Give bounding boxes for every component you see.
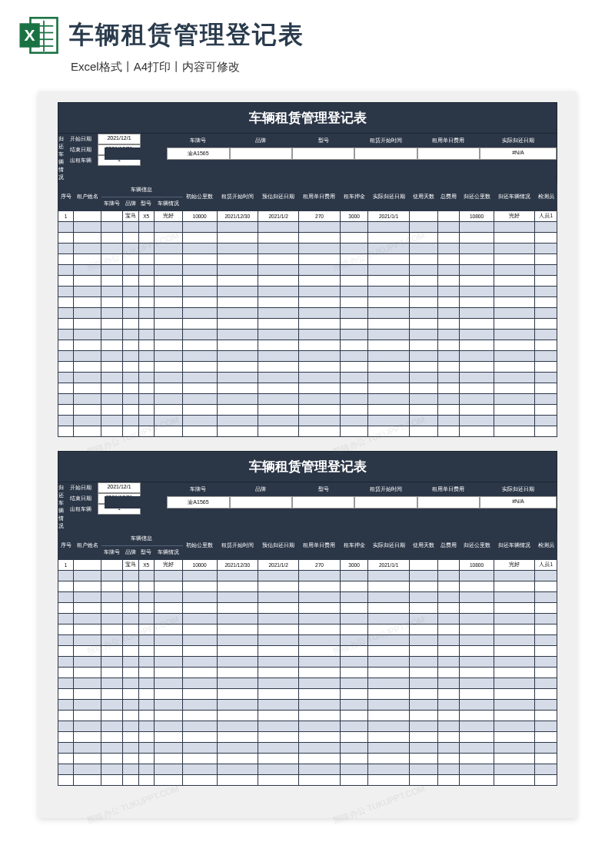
table-cell[interactable] [138, 351, 154, 362]
table-cell[interactable] [409, 276, 437, 287]
table-cell[interactable] [101, 416, 123, 426]
table-cell[interactable] [340, 592, 368, 603]
table-cell[interactable] [182, 383, 217, 394]
table-cell[interactable] [409, 754, 437, 764]
table-cell[interactable] [138, 614, 154, 624]
table-cell[interactable] [460, 426, 494, 437]
table-cell[interactable] [101, 383, 123, 394]
table-cell[interactable] [340, 603, 368, 614]
table-cell[interactable] [460, 340, 494, 351]
table-cell[interactable] [535, 222, 557, 233]
table-cell[interactable] [368, 308, 409, 319]
table-cell[interactable] [101, 711, 123, 721]
table-cell[interactable] [409, 297, 437, 308]
table-cell[interactable] [437, 394, 459, 405]
table-cell[interactable] [340, 426, 368, 437]
table-cell[interactable] [258, 614, 298, 624]
table-cell[interactable] [258, 297, 298, 308]
table-cell[interactable] [182, 732, 217, 743]
table-cell[interactable]: 3000 [340, 560, 368, 571]
table-cell[interactable] [182, 624, 217, 635]
table-cell[interactable] [340, 646, 368, 657]
table-cell[interactable] [74, 405, 101, 416]
table-cell[interactable] [182, 581, 217, 592]
table-cell[interactable] [340, 743, 368, 754]
table-cell[interactable] [299, 222, 340, 233]
table-cell[interactable] [437, 319, 459, 330]
table-cell[interactable] [123, 416, 138, 426]
table-cell[interactable] [437, 754, 459, 764]
table-cell[interactable] [460, 646, 494, 657]
table-cell[interactable] [138, 287, 154, 297]
table-cell[interactable] [101, 775, 123, 786]
table-cell[interactable] [217, 775, 258, 786]
table-cell[interactable] [58, 362, 74, 373]
table-cell[interactable] [154, 635, 182, 646]
table-cell[interactable] [409, 319, 437, 330]
table-cell[interactable] [182, 340, 217, 351]
table-cell[interactable] [123, 624, 138, 635]
table-cell[interactable] [74, 689, 101, 700]
table-cell[interactable] [340, 297, 368, 308]
table-cell[interactable] [123, 668, 138, 678]
table-cell[interactable] [535, 276, 557, 287]
table-cell[interactable] [409, 560, 437, 571]
table-cell[interactable] [494, 635, 535, 646]
table-cell[interactable] [437, 383, 459, 394]
table-cell[interactable] [368, 254, 409, 265]
table-cell[interactable] [494, 254, 535, 265]
table-cell[interactable] [123, 678, 138, 689]
table-cell[interactable] [258, 362, 298, 373]
table-cell[interactable] [258, 732, 298, 743]
table-cell[interactable] [58, 297, 74, 308]
table-cell[interactable] [258, 340, 298, 351]
table-cell[interactable] [494, 373, 535, 383]
table-cell[interactable] [409, 308, 437, 319]
table-cell[interactable] [340, 330, 368, 340]
table-cell[interactable] [138, 764, 154, 775]
table-cell[interactable] [182, 657, 217, 668]
table-cell[interactable] [437, 603, 459, 614]
table-cell[interactable] [340, 689, 368, 700]
table-cell[interactable] [101, 211, 123, 222]
table-cell[interactable] [258, 319, 298, 330]
table-cell[interactable] [299, 635, 340, 646]
table-cell[interactable] [368, 603, 409, 614]
table-cell[interactable] [368, 571, 409, 581]
table-cell[interactable] [101, 405, 123, 416]
table-cell[interactable] [74, 308, 101, 319]
table-cell[interactable] [535, 340, 557, 351]
table-cell[interactable] [182, 330, 217, 340]
table-cell[interactable] [101, 222, 123, 233]
table-cell[interactable] [58, 351, 74, 362]
table-cell[interactable] [460, 276, 494, 287]
table-cell[interactable] [154, 287, 182, 297]
table-cell[interactable] [437, 764, 459, 775]
table-cell[interactable] [460, 254, 494, 265]
table-cell[interactable] [494, 603, 535, 614]
table-cell[interactable] [535, 287, 557, 297]
table-cell[interactable] [460, 592, 494, 603]
table-cell[interactable] [101, 373, 123, 383]
table-cell[interactable] [101, 646, 123, 657]
table-cell[interactable] [409, 732, 437, 743]
table-cell[interactable] [299, 732, 340, 743]
table-cell[interactable] [138, 743, 154, 754]
table-cell[interactable] [368, 362, 409, 373]
table-cell[interactable] [437, 678, 459, 689]
table-cell[interactable] [535, 678, 557, 689]
table-cell[interactable] [154, 581, 182, 592]
table-cell[interactable] [58, 678, 74, 689]
table-cell[interactable] [182, 265, 217, 276]
table-cell[interactable] [409, 265, 437, 276]
table-cell[interactable] [340, 340, 368, 351]
table-cell[interactable] [258, 571, 298, 581]
table-cell[interactable] [123, 330, 138, 340]
table-cell[interactable] [217, 405, 258, 416]
table-cell[interactable] [299, 614, 340, 624]
summary-input[interactable] [230, 147, 292, 160]
table-cell[interactable] [299, 340, 340, 351]
table-cell[interactable] [535, 265, 557, 276]
table-cell[interactable] [182, 297, 217, 308]
table-cell[interactable] [494, 700, 535, 711]
